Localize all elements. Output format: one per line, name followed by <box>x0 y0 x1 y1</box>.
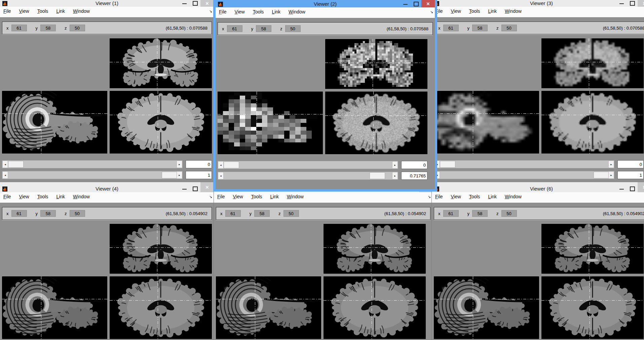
minimize-button[interactable] <box>400 4 411 7</box>
menu-item-file[interactable]: File <box>219 9 227 14</box>
y-coordinate-field[interactable]: 58 <box>40 210 56 217</box>
frame-scrollbar[interactable]: ◄ ► <box>434 160 614 168</box>
blend-scrollbar[interactable]: ◄ ► <box>2 171 183 179</box>
sagittal-slice-image[interactable] <box>2 91 107 154</box>
z-coordinate-field[interactable]: 50 <box>70 210 85 217</box>
menu-item-window[interactable]: Window <box>505 8 522 14</box>
menu-item-tools[interactable]: Tools <box>251 194 262 199</box>
maximize-button[interactable] <box>190 1 200 7</box>
menu-item-file[interactable]: File <box>3 8 11 14</box>
scrollbar-thumb[interactable] <box>440 161 455 168</box>
x-coordinate-field[interactable]: 61 <box>11 25 27 31</box>
titlebar[interactable]: Viewer (4) ✕ <box>0 182 214 192</box>
menu-item-view[interactable]: View <box>235 9 245 14</box>
menu-item-window[interactable]: Window <box>289 9 305 14</box>
menu-item-window[interactable]: Window <box>73 8 90 14</box>
coronal-slice-image[interactable] <box>110 224 212 274</box>
menu-item-view[interactable]: View <box>19 194 29 199</box>
y-coordinate-field[interactable]: 58 <box>254 210 270 217</box>
minimize-button[interactable] <box>616 3 627 7</box>
blend-value-field[interactable]: 1 <box>186 171 212 179</box>
z-coordinate-field[interactable]: 50 <box>501 25 517 31</box>
menu-item-window[interactable]: Window <box>287 194 304 199</box>
scroll-right-icon[interactable]: ► <box>177 161 182 168</box>
menu-item-window[interactable]: Window <box>73 194 90 199</box>
x-coordinate-field[interactable]: 61 <box>225 210 241 217</box>
axial-slice-image[interactable] <box>324 276 426 339</box>
coronal-slice-image[interactable] <box>325 39 427 89</box>
menu-item-view[interactable]: View <box>19 8 29 14</box>
axial-slice-image[interactable] <box>110 91 212 154</box>
scrollbar-thumb[interactable] <box>370 172 385 179</box>
menu-item-link[interactable]: Link <box>56 8 65 14</box>
close-button[interactable]: ✕ <box>421 0 435 7</box>
sagittal-slice-image[interactable] <box>2 276 107 339</box>
coronal-slice-image[interactable] <box>541 224 644 274</box>
menu-item-link[interactable]: Link <box>56 194 65 199</box>
frame-value-field[interactable]: 0 <box>186 160 212 168</box>
menu-item-tools[interactable]: Tools <box>253 9 264 14</box>
menu-item-file[interactable]: File <box>217 194 225 199</box>
axial-slice-image[interactable] <box>541 276 644 339</box>
blend-value-field[interactable]: 1 <box>617 171 644 179</box>
menu-item-tools[interactable]: Tools <box>37 8 48 14</box>
titlebar[interactable]: Viewer (6) ✕ <box>432 182 644 192</box>
coronal-slice-image[interactable] <box>541 38 644 88</box>
axial-slice-image[interactable] <box>325 92 427 154</box>
close-button[interactable]: ✕ <box>638 182 644 192</box>
titlebar[interactable]: Viewer (1) ✕ <box>0 0 214 7</box>
sagittal-slice-image[interactable] <box>218 92 323 154</box>
close-button[interactable]: ✕ <box>200 0 214 7</box>
x-coordinate-field[interactable]: 61 <box>227 25 242 32</box>
y-coordinate-field[interactable]: 58 <box>472 210 488 217</box>
menu-item-view[interactable]: View <box>233 194 243 199</box>
x-coordinate-field[interactable]: 61 <box>443 210 459 217</box>
maximize-button[interactable] <box>627 1 638 7</box>
menu-item-link[interactable]: Link <box>272 9 280 14</box>
axial-slice-image[interactable] <box>541 91 644 154</box>
close-button[interactable]: ✕ <box>638 0 644 7</box>
menu-item-tools[interactable]: Tools <box>37 194 48 199</box>
axial-slice-image[interactable] <box>110 276 212 339</box>
scroll-right-icon[interactable]: ► <box>608 161 614 168</box>
menu-item-window[interactable]: Window <box>505 194 522 199</box>
menu-item-file[interactable]: File <box>3 194 11 199</box>
z-coordinate-field[interactable]: 50 <box>285 25 301 32</box>
maximize-button[interactable] <box>411 2 421 7</box>
titlebar[interactable]: Viewer (3) ✕ <box>432 0 644 7</box>
maximize-button[interactable] <box>627 186 638 192</box>
frame-scrollbar[interactable]: ◄ ► <box>218 161 398 169</box>
sagittal-slice-image[interactable] <box>434 276 539 339</box>
scroll-right-icon[interactable]: ► <box>177 171 182 179</box>
sagittal-slice-image[interactable] <box>434 91 539 154</box>
frame-value-field[interactable]: 0 <box>617 160 644 168</box>
y-coordinate-field[interactable]: 58 <box>256 25 271 32</box>
scroll-left-icon[interactable]: ◄ <box>218 172 224 179</box>
scroll-right-icon[interactable]: ► <box>392 161 398 169</box>
frame-value-field[interactable]: 0 <box>401 161 427 169</box>
frame-scrollbar[interactable]: ◄ ► <box>2 160 183 168</box>
x-coordinate-field[interactable]: 61 <box>11 210 27 217</box>
z-coordinate-field[interactable]: 50 <box>283 210 299 217</box>
menu-item-link[interactable]: Link <box>270 194 279 199</box>
scrollbar-thumb[interactable] <box>162 172 177 178</box>
scroll-right-icon[interactable]: ► <box>392 172 398 179</box>
menu-item-view[interactable]: View <box>451 8 461 14</box>
x-coordinate-field[interactable]: 61 <box>443 25 459 31</box>
menu-item-link[interactable]: Link <box>488 8 497 14</box>
blend-value-field[interactable]: 0.71765 <box>401 172 427 180</box>
maximize-button[interactable] <box>190 186 200 192</box>
z-coordinate-field[interactable]: 50 <box>70 25 85 31</box>
y-coordinate-field[interactable]: 58 <box>40 25 56 31</box>
scroll-left-icon[interactable]: ◄ <box>2 161 8 168</box>
coronal-slice-image[interactable] <box>324 224 426 274</box>
z-coordinate-field[interactable]: 50 <box>501 210 517 217</box>
scroll-left-icon[interactable]: ◄ <box>2 171 8 179</box>
titlebar[interactable]: Viewer (2) ✕ <box>216 0 435 7</box>
blend-scrollbar[interactable]: ◄ ► <box>218 172 398 180</box>
minimize-button[interactable] <box>179 189 190 192</box>
y-coordinate-field[interactable]: 58 <box>472 25 488 31</box>
coronal-slice-image[interactable] <box>110 38 212 88</box>
scroll-right-icon[interactable]: ► <box>608 171 614 179</box>
blend-scrollbar[interactable]: ◄ ► <box>434 171 614 179</box>
